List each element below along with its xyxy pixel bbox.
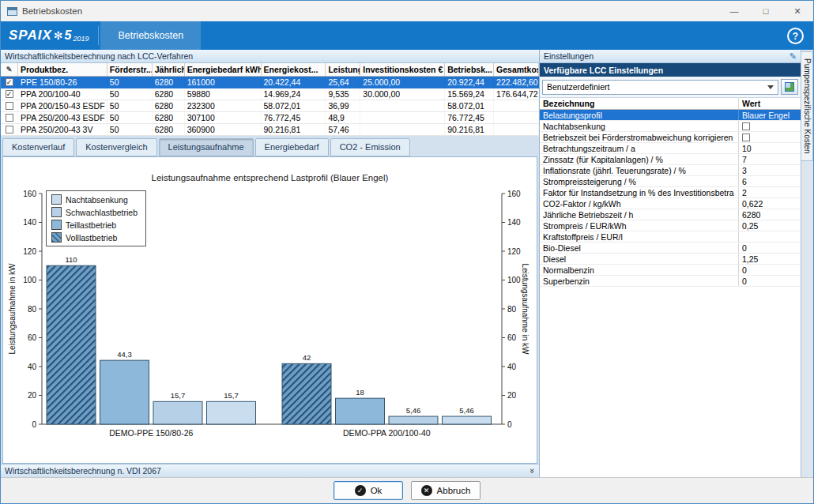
- cancel-button[interactable]: ✕ Abbruch: [411, 481, 480, 500]
- window-controls: — □ ✕: [718, 1, 813, 21]
- settings-row[interactable]: Diesel1,25: [540, 254, 801, 265]
- row-checkbox[interactable]: [6, 102, 13, 110]
- column-header[interactable]: Förderstr...: [107, 63, 153, 76]
- settings-row[interactable]: Bio-Diesel0: [540, 243, 801, 254]
- table-row[interactable]: PPA 200/150-43 ESDF50628023230058.072,01…: [1, 100, 539, 112]
- table-cell: 20.422,44: [262, 77, 326, 88]
- settings-row[interactable]: Strompreissteigerung / %6: [540, 176, 801, 187]
- brand-name: SPAIX: [9, 28, 52, 43]
- tab-kostenvergleich[interactable]: Kostenvergleich: [76, 138, 156, 156]
- table-cell: 50: [107, 124, 153, 135]
- table-row[interactable]: PPA 250/200-43 ESDF50628030710076.772,45…: [1, 112, 539, 124]
- column-header[interactable]: Energiekost...: [262, 63, 326, 76]
- settings-col-bezeichnung[interactable]: Bezeichnung: [540, 98, 739, 109]
- table-row[interactable]: ✓PPE 150/80-2650628016100020.422,4425,64…: [1, 77, 539, 88]
- table-row[interactable]: ✓PPA 200/100-405062805988014.969,249,535…: [1, 88, 539, 100]
- save-settings-icon: [785, 82, 794, 92]
- vdi-expander[interactable]: Wirtschaftlichkeitsberechnung n. VDI 206…: [1, 464, 539, 477]
- select-all-icon[interactable]: ✎: [1, 63, 18, 76]
- bar: [335, 398, 384, 424]
- settings-row[interactable]: Inflationsrate (jährl. Teuerungsrate) / …: [540, 165, 801, 176]
- table-cell: 50: [107, 77, 153, 88]
- bar: [442, 416, 491, 424]
- help-button[interactable]: ?: [787, 28, 804, 44]
- maximize-button[interactable]: □: [750, 1, 782, 21]
- tab-energiebedarf[interactable]: Energiebedarf: [255, 138, 329, 156]
- close-button[interactable]: ✕: [782, 1, 813, 21]
- side-tab-pumpenspezifische-kosten[interactable]: Pumpenspezifische Kosten: [801, 51, 813, 161]
- column-header[interactable]: Energiebedarf kWh...: [185, 63, 262, 76]
- app-header: SPAIX ✻ 5 2019 Betriebskosten ?: [1, 21, 813, 50]
- minimize-button[interactable]: —: [718, 1, 750, 21]
- tab-leistungsaufnahme[interactable]: Leistungsaufnahme: [159, 138, 254, 156]
- titlebar: Betriebskosten — □ ✕: [1, 1, 813, 21]
- table-cell: 50: [107, 112, 153, 123]
- setting-checkbox[interactable]: [742, 122, 750, 130]
- setting-label: Normalbenzin: [540, 265, 739, 275]
- setting-label: Betrachtungszeitraum / a: [540, 143, 739, 153]
- settings-row[interactable]: Superbenzin0: [540, 276, 801, 287]
- setting-label: Kraftstoffpreis / EUR/l: [540, 231, 739, 242]
- column-header[interactable]: Jährliche ...: [153, 63, 185, 76]
- settings-row[interactable]: Kraftstoffpreis / EUR/l: [540, 231, 801, 243]
- bar-value-label: 5,46: [459, 406, 474, 415]
- column-header[interactable]: Produktbez.: [18, 63, 107, 76]
- lcc-preset-select[interactable]: Benutzerdefiniert: [542, 80, 778, 95]
- settings-row[interactable]: Faktor für Instandsetzung in % des Inves…: [540, 187, 801, 198]
- settings-row[interactable]: BelastungsprofilBlauer Engel: [540, 110, 801, 121]
- column-header[interactable]: Betriebsk...: [445, 63, 494, 76]
- row-checkbox[interactable]: ✓: [6, 78, 13, 86]
- settings-row[interactable]: Betriebszeit bei Förderstromabweichung k…: [540, 132, 801, 143]
- column-header[interactable]: Gesamtkos...: [494, 63, 539, 76]
- legend-swatch: [51, 194, 62, 205]
- row-checkbox[interactable]: [6, 114, 13, 122]
- window-title: Betriebskosten: [22, 6, 82, 16]
- tab-co2-emission[interactable]: CO2 - Emission: [330, 138, 410, 156]
- table-cell: 15.569,24: [445, 88, 494, 100]
- setting-label: Jährliche Betriebszeit / h: [540, 209, 739, 220]
- table-cell: 58.072,01: [445, 100, 494, 111]
- table-cell: 57,46: [326, 124, 360, 135]
- settings-row[interactable]: CO2-Faktor / kg/kWh0,622: [540, 198, 801, 209]
- settings-row[interactable]: Betrachtungszeitraum / a10: [540, 143, 801, 154]
- settings-row[interactable]: Jährliche Betriebszeit / h6280: [540, 209, 801, 220]
- chart-panel: Leistungsaufnahme entsprechend Lastprofi…: [2, 156, 537, 464]
- tab-betriebskosten[interactable]: Betriebskosten: [100, 21, 201, 50]
- setting-label: Strompreis / EUR/kWh: [540, 220, 739, 231]
- legend-label: Teillastbetrieb: [66, 220, 116, 230]
- ok-button[interactable]: ✓ Ok: [334, 481, 403, 500]
- betriebskosten-window: Betriebskosten — □ ✕ SPAIX ✻ 5 2019 Betr…: [0, 0, 814, 504]
- table-cell: PPA 250/200-43 ESDF: [18, 112, 107, 123]
- table-cell: 50: [107, 88, 153, 100]
- table-cell: [360, 100, 445, 111]
- settings-row[interactable]: Normalbenzin0: [540, 265, 801, 276]
- legend-label: Volllastbetrieb: [66, 233, 117, 243]
- edit-icon[interactable]: ✎: [790, 51, 797, 62]
- setting-checkbox[interactable]: [742, 134, 750, 141]
- y-tick-label: 60: [27, 333, 36, 342]
- settings-row[interactable]: Zinssatz (für Kapitalanlagen) / %7: [540, 154, 801, 165]
- setting-label: CO2-Faktor / kg/kWh: [540, 198, 739, 209]
- table-cell: PPE 150/80-26: [18, 77, 107, 88]
- row-checkbox-cell: [1, 100, 18, 111]
- settings-row[interactable]: Strompreis / EUR/kWh0,25: [540, 220, 801, 231]
- table-cell: [494, 112, 539, 123]
- settings-col-wert[interactable]: Wert: [739, 98, 801, 109]
- row-checkbox[interactable]: [6, 126, 13, 134]
- setting-label: Betriebszeit bei Förderstromabweichung k…: [540, 132, 739, 142]
- chevron-down-icon[interactable]: »: [528, 468, 537, 473]
- column-header[interactable]: Leistungs...: [326, 63, 360, 76]
- setting-value: 0: [739, 276, 801, 286]
- y-tick-label: 160: [507, 190, 521, 198]
- settings-row[interactable]: Nachtabsenkung: [540, 121, 801, 132]
- header-divider: [98, 26, 99, 45]
- tab-kostenverlauf[interactable]: Kostenverlauf: [2, 138, 74, 156]
- y-tick-label: 0: [32, 420, 36, 429]
- row-checkbox[interactable]: ✓: [6, 90, 13, 98]
- table-row[interactable]: PPA 250/200-43 3V50628036090090.216,8157…: [1, 124, 539, 136]
- column-header[interactable]: Investitionskosten €: [360, 63, 445, 76]
- manage-settings-button[interactable]: [781, 79, 798, 95]
- app-icon: [7, 7, 17, 16]
- y-tick-label: 40: [507, 363, 517, 371]
- setting-value: [739, 132, 801, 142]
